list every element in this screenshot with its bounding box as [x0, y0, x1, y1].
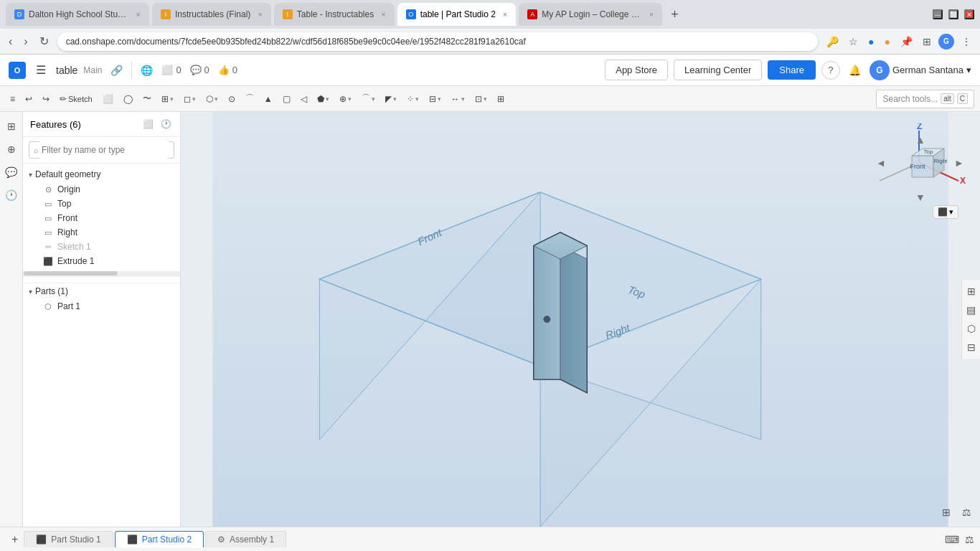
view-tool-3[interactable]: ⬡: [963, 320, 979, 337]
doc-link-button[interactable]: 🔗: [108, 63, 126, 77]
sketch-button[interactable]: ✏ Sketch: [55, 91, 97, 107]
tree-item-origin[interactable]: ⊙ Origin: [23, 182, 180, 197]
constraint-icon: ⊞: [161, 94, 169, 104]
tab-close-table-inst[interactable]: ×: [381, 10, 385, 19]
panel-expand-button[interactable]: ⬜: [141, 118, 155, 131]
refresh-button[interactable]: ↻: [37, 32, 52, 51]
panel-history-button[interactable]: 🕐: [159, 118, 173, 131]
tab-part-studio-1[interactable]: ⬛ Part Studio 1: [24, 531, 113, 547]
shortcut-alt: alt: [941, 93, 954, 104]
tree-item-part1[interactable]: ⬡ Part 1: [23, 299, 180, 314]
viewport-icon-1[interactable]: ⊞: [939, 504, 953, 521]
learning-center-button[interactable]: Learning Center: [674, 60, 762, 80]
forward-button[interactable]: ›: [21, 32, 30, 51]
tool-fillet[interactable]: ⌒▾: [357, 90, 380, 108]
tool-extrude[interactable]: ⬡▾: [202, 91, 222, 107]
tab-close-ap[interactable]: ×: [649, 10, 654, 19]
chrome-ext-sidebar[interactable]: ⊞: [920, 34, 934, 49]
view-style-button[interactable]: ⬛ ▾: [933, 205, 958, 219]
tool-boolean[interactable]: ⊕▾: [335, 91, 356, 107]
tool-constraint[interactable]: ⊞▾: [157, 91, 178, 107]
sidebar-versions-button[interactable]: 🕐: [2, 187, 20, 204]
chrome-menu-button[interactable]: ⋮: [958, 34, 974, 49]
chrome-user-avatar[interactable]: G: [938, 34, 954, 50]
filter-input[interactable]: [39, 141, 169, 159]
tree-item-right[interactable]: ▭ Right: [23, 225, 180, 240]
maximize-button[interactable]: ⬜: [948, 9, 958, 19]
tool-spline[interactable]: 〜: [138, 90, 156, 108]
view-tool-4[interactable]: ⊟: [963, 339, 979, 356]
tool-move[interactable]: ↔▾: [447, 91, 469, 107]
tool-revolve[interactable]: ⊙: [224, 91, 240, 107]
tab-close-instructables[interactable]: ×: [258, 10, 262, 19]
tool-construct[interactable]: ⬜: [98, 91, 118, 107]
notifications-button[interactable]: 🔔: [846, 63, 864, 77]
extensions-button[interactable]: 🔑: [824, 34, 842, 49]
tool-loft[interactable]: ▲: [260, 91, 277, 107]
tab-onshape[interactable]: O table | Part Studio 2 ×: [397, 3, 517, 26]
tree-item-sketch1[interactable]: ✏ Sketch 1: [23, 240, 180, 254]
assembly-1-label: Assembly 1: [230, 534, 274, 545]
add-tab-button[interactable]: +: [6, 530, 24, 549]
mirror-dropdown: ▾: [438, 95, 441, 103]
likes-icon: 👍: [218, 65, 230, 75]
default-geometry-header[interactable]: ▾ Default geometry: [23, 166, 180, 182]
chrome-ext-2[interactable]: ●: [882, 34, 893, 49]
back-button[interactable]: ‹: [6, 32, 15, 51]
search-tools-box[interactable]: Search tools... alt C: [876, 90, 974, 108]
tree-item-extrude1[interactable]: ⬛ Extrude 1: [23, 254, 180, 268]
tab-ap[interactable]: A My AP Login – College Boar… ×: [519, 3, 662, 26]
sidebar-features-button[interactable]: ⊞: [4, 118, 19, 135]
view-tool-1[interactable]: ⊞: [963, 283, 979, 300]
tab-assembly-1[interactable]: ⚙ Assembly 1: [205, 531, 286, 547]
tool-measure[interactable]: ⊞: [493, 91, 509, 107]
tool-shell[interactable]: ▢: [278, 91, 295, 107]
undo-button[interactable]: ↩: [21, 91, 37, 107]
new-tab-button[interactable]: +: [665, 4, 684, 25]
toolbar-list-button[interactable]: ≡: [6, 91, 19, 107]
close-button[interactable]: ✕: [964, 9, 974, 19]
minimize-button[interactable]: —: [933, 9, 943, 19]
tool-mirror[interactable]: ⊟▾: [425, 91, 446, 107]
viewport-icon-2[interactable]: ⚖: [959, 504, 974, 521]
tab-close-dalton[interactable]: ×: [136, 10, 141, 19]
chrome-ext-3[interactable]: 📌: [897, 34, 915, 49]
chrome-ext-1[interactable]: ●: [865, 34, 877, 49]
tool-dimension[interactable]: ◻▾: [179, 91, 200, 107]
viewport[interactable]: Front Top Right Z: [181, 112, 980, 527]
globe-button[interactable]: 🌐: [138, 63, 156, 77]
hamburger-menu-button[interactable]: ☰: [32, 60, 50, 80]
tool-pattern[interactable]: ⁘▾: [402, 91, 423, 107]
svg-text:▲: ▲: [915, 134, 925, 146]
tab-table-instructables[interactable]: I Table - Instructables ×: [274, 3, 395, 26]
tool-draft[interactable]: ◁: [296, 91, 311, 107]
parts-header[interactable]: ▾ Parts (1): [23, 283, 180, 299]
user-menu-button[interactable]: G German Santana ▾: [870, 60, 971, 80]
address-input[interactable]: [57, 32, 818, 51]
keyboard-shortcut-button[interactable]: ⌨: [945, 534, 959, 545]
sidebar-comments-button[interactable]: 💬: [2, 164, 20, 181]
share-button[interactable]: Share: [768, 60, 816, 80]
redo-button[interactable]: ↪: [38, 91, 54, 107]
view-cube-svg: Z X Front Top Right ▲ ◄ ► ▼: [872, 123, 966, 202]
tree-item-front[interactable]: ▭ Front: [23, 211, 180, 225]
tool-sweep[interactable]: ⌒: [241, 90, 258, 108]
tool-chamfer[interactable]: ◤▾: [381, 91, 401, 107]
view-tool-2[interactable]: ▤: [963, 301, 979, 319]
tab-close-onshape[interactable]: ×: [503, 10, 507, 19]
help-button[interactable]: ?: [821, 61, 840, 80]
tree-item-top[interactable]: ▭ Top: [23, 197, 180, 211]
origin-icon: ⊙: [43, 184, 53, 194]
app-store-button[interactable]: App Store: [605, 60, 668, 80]
tab-part-studio-2[interactable]: ⬛ Part Studio 2: [115, 531, 204, 547]
bookmark-button[interactable]: ☆: [846, 34, 861, 49]
units-button[interactable]: ⚖: [965, 534, 974, 545]
panel-scrollbar-thumb[interactable]: [24, 271, 118, 276]
tool-circle[interactable]: ◯: [119, 91, 137, 107]
tab-dalton[interactable]: D Dalton High School Student ×: [6, 3, 149, 26]
sidebar-instances-button[interactable]: ⊕: [4, 141, 19, 158]
view-cube[interactable]: Z X Front Top Right ▲ ◄ ► ▼: [872, 123, 958, 195]
tab-instructables[interactable]: I Instructables (Final) ×: [152, 3, 271, 26]
tool-offset[interactable]: ⊡▾: [471, 91, 491, 107]
tool-rib[interactable]: ⬟▾: [313, 91, 334, 107]
